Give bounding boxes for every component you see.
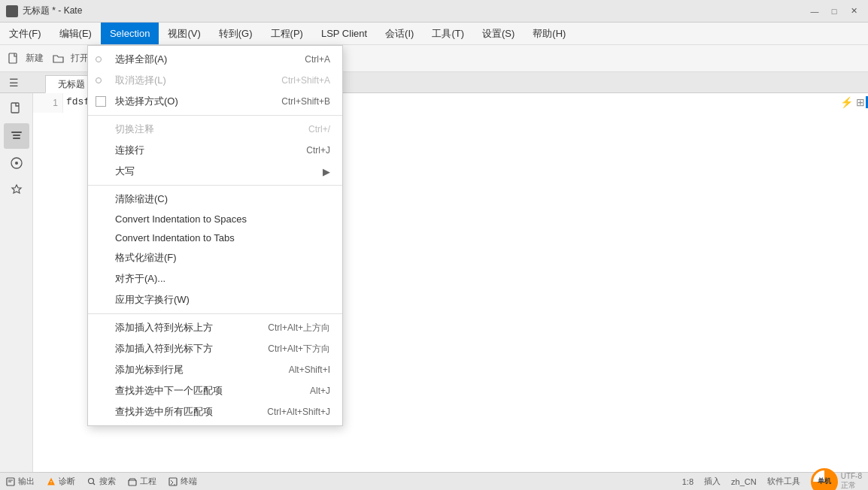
uppercase-arrow: ▶ <box>323 166 330 177</box>
menu-file[interactable]: 文件(F) <box>0 23 50 44</box>
output-label: 输出 <box>18 476 35 487</box>
menu-project[interactable]: 工程(P) <box>262 23 312 44</box>
menu-deselect: 取消选择(L) Ctrl+Shift+A <box>88 70 342 91</box>
find-all-matches-label: 查找并选中所有匹配项 <box>115 405 213 419</box>
menu-find-next-match[interactable]: 查找并选中下一个匹配项 Alt+J <box>88 380 342 401</box>
open-label: 打开 <box>71 52 89 65</box>
find-all-matches-shortcut: Ctrl+Alt+Shift+J <box>267 407 330 417</box>
status-diag[interactable]: 诊断 <box>47 476 75 487</box>
sidebar-icon-outline[interactable] <box>4 123 29 149</box>
new-button[interactable] <box>3 48 24 69</box>
cursor-line-end-label: 添加光标到行尾 <box>115 363 184 377</box>
editor-toolbar-right: ⚡ ⊞ <box>840 96 865 108</box>
deselect-label: 取消选择(L) <box>115 74 166 87</box>
menu-lsp[interactable]: LSP Client <box>312 23 376 44</box>
insert-label: 插入 <box>704 476 721 487</box>
menu-goto[interactable]: 转到(G) <box>210 23 262 44</box>
menu-indent-to-spaces[interactable]: Convert Indentation to Spaces <box>88 210 342 228</box>
menu-uppercase[interactable]: 大写 ▶ <box>88 161 342 182</box>
cursor-line-end-shortcut: Alt+Shift+I <box>289 364 330 375</box>
watermark-area: 单机 UTF-8 正常 <box>811 468 862 491</box>
menu-clear-indent[interactable]: 清除缩进(C) <box>88 189 342 210</box>
search-label: 搜索 <box>99 476 116 487</box>
title-bar: 无标题 * - Kate — □ ✕ <box>0 0 868 23</box>
menu-indent-to-tabs[interactable]: Convert Indentation to Tabs <box>88 228 342 247</box>
deselect-radio <box>96 77 102 83</box>
svg-rect-1 <box>11 103 19 113</box>
menu-toggle-comment: 切换注释 Ctrl+/ <box>88 119 342 140</box>
menu-word-wrap[interactable]: 应用文字换行(W) <box>88 289 342 310</box>
status-bar: 输出 诊断 搜索 工程 终端 1:8 插入 zh_CN 软件工具 单机 UTF-… <box>0 472 868 490</box>
menu-session[interactable]: 会话(I) <box>376 23 423 44</box>
menu-find-all-matches[interactable]: 查找并选中所有匹配项 Ctrl+Alt+Shift+J <box>88 401 342 422</box>
svg-rect-10 <box>169 478 177 485</box>
left-sidebar <box>0 93 33 472</box>
app-icon <box>6 5 18 17</box>
menu-bar: 文件(F) 编辑(E) Selection 视图(V) 转到(G) 工程(P) … <box>0 23 868 45</box>
cursor-above-label: 添加插入符到光标上方 <box>115 321 213 334</box>
menu-add-cursor-below[interactable]: 添加插入符到光标下方 Ctrl+Alt+下方向 <box>88 338 342 359</box>
sidebar-icon-plugin[interactable] <box>4 177 29 203</box>
select-all-label: 选择全部(A) <box>115 53 167 66</box>
word-wrap-label: 应用文字换行(W) <box>115 293 190 307</box>
minimize-button[interactable]: — <box>806 5 823 18</box>
menu-format-indent[interactable]: 格式化缩进(F) <box>88 247 342 268</box>
menu-add-cursor-above[interactable]: 添加插入符到光标上方 Ctrl+Alt+上方向 <box>88 317 342 338</box>
status-search[interactable]: 搜索 <box>87 476 116 487</box>
toggle-comment-label: 切换注释 <box>115 122 154 136</box>
block-select-check <box>96 96 106 107</box>
svg-point-6 <box>15 162 18 165</box>
menu-tools[interactable]: 工具(T) <box>423 23 473 44</box>
select-all-radio <box>96 56 102 62</box>
sidebar-toggle[interactable]: ☰ <box>3 72 24 93</box>
project-label: 工程 <box>140 476 156 487</box>
indent-to-spaces-label: Convert Indentation to Spaces <box>115 213 247 225</box>
open-button[interactable] <box>48 48 69 69</box>
lightning-icon[interactable]: ⚡ <box>840 96 853 108</box>
diag-label: 诊断 <box>59 476 75 487</box>
watermark-text: UTF-8 正常 <box>841 472 862 490</box>
maximize-button[interactable]: □ <box>826 5 842 18</box>
svg-rect-4 <box>13 138 20 139</box>
close-button[interactable]: ✕ <box>845 5 862 18</box>
line-numbers: 1 <box>33 93 63 113</box>
find-next-match-label: 查找并选中下一个匹配项 <box>115 384 223 398</box>
menu-select-all[interactable]: 选择全部(A) Ctrl+A <box>88 49 342 70</box>
menu-edit[interactable]: 编辑(E) <box>50 23 101 44</box>
encoding-label: zh_CN <box>731 477 757 486</box>
block-select-shortcut: Ctrl+Shift+B <box>281 96 330 107</box>
align-label: 对齐于(A)... <box>115 272 165 286</box>
status-right: 1:8 插入 zh_CN 软件工具 单机 UTF-8 正常 <box>682 468 862 491</box>
sidebar-icon-git[interactable] <box>4 150 29 176</box>
watermark-line2: 正常 <box>841 480 862 490</box>
cursor-below-label: 添加插入符到光标下方 <box>115 342 213 355</box>
menu-join-lines[interactable]: 连接行 Ctrl+J <box>88 140 342 161</box>
menu-align[interactable]: 对齐于(A)... <box>88 268 342 289</box>
panels-icon[interactable]: ⊞ <box>856 96 865 108</box>
status-project[interactable]: 工程 <box>128 476 156 487</box>
sidebar-icon-files[interactable] <box>4 96 29 122</box>
window-title: 无标题 * - Kate <box>23 5 82 17</box>
line-number-1: 1 <box>33 96 58 110</box>
menu-help[interactable]: 帮助(H) <box>524 23 575 44</box>
menu-block-select[interactable]: 块选择方式(O) Ctrl+Shift+B <box>88 91 342 112</box>
join-lines-shortcut: Ctrl+J <box>306 145 330 156</box>
status-terminal[interactable]: 终端 <box>168 476 197 487</box>
menu-view[interactable]: 视图(V) <box>159 23 209 44</box>
dropdown-menu: 选择全部(A) Ctrl+A 取消选择(L) Ctrl+Shift+A 块选择方… <box>87 45 343 426</box>
position-label: 1:8 <box>682 477 693 486</box>
format-indent-label: 格式化缩进(F) <box>115 251 177 265</box>
svg-rect-0 <box>9 53 17 63</box>
menu-settings[interactable]: 设置(S) <box>473 23 524 44</box>
menu-selection[interactable]: Selection <box>101 23 159 44</box>
window-controls: — □ ✕ <box>806 5 862 18</box>
status-output[interactable]: 输出 <box>6 476 35 487</box>
terminal-label: 终端 <box>181 476 197 487</box>
menu-cursor-line-end[interactable]: 添加光标到行尾 Alt+Shift+I <box>88 359 342 380</box>
svg-rect-3 <box>13 135 20 136</box>
deselect-shortcut: Ctrl+Shift+A <box>281 75 330 86</box>
title-bar-left: 无标题 * - Kate <box>6 5 82 17</box>
cursor-below-shortcut: Ctrl+Alt+下方向 <box>268 343 330 355</box>
separator-2 <box>88 185 342 186</box>
clear-indent-label: 清除缩进(C) <box>115 192 168 206</box>
